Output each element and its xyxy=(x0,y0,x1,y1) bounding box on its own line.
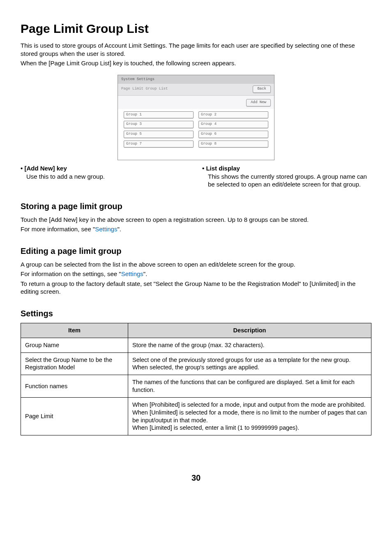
table-cell-desc: Select one of the previously stored grou… xyxy=(128,352,371,375)
bullet-right-title: List display xyxy=(202,164,371,173)
bullet-left-body: Use this to add a new group. xyxy=(26,173,190,181)
screenshot-header: Page Limit Group List Back xyxy=(118,84,274,96)
editing-section: Editing a page limit group A group can b… xyxy=(21,246,371,296)
settings-section: Settings Item Description Group Name Sto… xyxy=(21,308,371,435)
screenshot-titlebar: System Settings xyxy=(118,75,274,84)
table-cell-item: Function names xyxy=(21,375,128,398)
add-new-button[interactable]: Add New xyxy=(246,99,271,106)
table-header-description: Description xyxy=(128,323,371,338)
storing-line2: For more information, see "Settings". xyxy=(21,225,371,233)
table-row: Select the Group Name to be the Registra… xyxy=(21,352,371,375)
group-button[interactable]: Group 8 xyxy=(198,140,268,148)
settings-link[interactable]: Settings xyxy=(95,226,117,233)
editing-line2a: For information on the settings, see " xyxy=(21,270,121,277)
settings-table: Item Description Group Name Store the na… xyxy=(21,323,371,435)
table-cell-desc: The names of the functions that can be c… xyxy=(128,375,371,398)
table-row: Group Name Store the name of the group (… xyxy=(21,338,371,352)
settings-link[interactable]: Settings xyxy=(121,270,143,277)
group-button[interactable]: Group 5 xyxy=(124,131,194,138)
bullet-columns: [Add New] key Use this to add a new grou… xyxy=(21,164,371,189)
table-cell-item: Select the Group Name to be the Registra… xyxy=(21,352,128,375)
settings-heading: Settings xyxy=(21,308,371,319)
table-row: Page Limit When [Prohibited] is selected… xyxy=(21,397,371,435)
table-header-item: Item xyxy=(21,323,128,338)
table-cell-item: Group Name xyxy=(21,338,128,352)
bullet-left: [Add New] key Use this to add a new grou… xyxy=(21,164,190,189)
editing-line1: A group can be selected from the list in… xyxy=(21,260,371,269)
table-cell-desc: When [Prohibited] is selected for a mode… xyxy=(128,397,371,435)
storing-line2a: For more information, see " xyxy=(21,226,95,233)
screenshot-add-row: Add New xyxy=(118,96,274,109)
screenshot-container: System Settings Page Limit Group List Ba… xyxy=(21,75,371,161)
editing-line3: To return a group to the factory default… xyxy=(21,280,371,296)
storing-section: Storing a page limit group Touch the [Ad… xyxy=(21,201,371,233)
bullet-right-body: This shows the currently stored groups. … xyxy=(208,173,371,189)
screenshot-header-label: Page Limit Group List xyxy=(121,87,168,92)
page-title: Page Limit Group List xyxy=(21,21,371,37)
group-button[interactable]: Group 7 xyxy=(124,140,194,148)
storing-line2c: ". xyxy=(117,226,121,233)
back-button[interactable]: Back xyxy=(253,85,271,93)
screenshot-group-grid: Group 1 Group 2 Group 3 Group 4 Group 5 … xyxy=(118,109,274,160)
storing-heading: Storing a page limit group xyxy=(21,201,371,212)
bullet-left-title: [Add New] key xyxy=(21,164,190,173)
group-button[interactable]: Group 1 xyxy=(124,111,194,119)
group-button[interactable]: Group 2 xyxy=(198,111,268,119)
group-button[interactable]: Group 3 xyxy=(124,121,194,128)
editing-heading: Editing a page limit group xyxy=(21,246,371,256)
table-cell-desc: Store the name of the group (max. 32 cha… xyxy=(128,338,371,352)
group-button[interactable]: Group 4 xyxy=(198,121,268,128)
table-cell-item: Page Limit xyxy=(21,397,128,435)
intro-paragraph-1: This is used to store groups of Account … xyxy=(21,41,371,58)
editing-line2c: ". xyxy=(143,270,148,277)
bullet-right: List display This shows the currently st… xyxy=(202,164,371,189)
table-row: Function names The names of the function… xyxy=(21,375,371,398)
intro-paragraph-2: When the [Page Limit Group List] key is … xyxy=(21,59,371,67)
editing-line2: For information on the settings, see "Se… xyxy=(21,270,371,278)
group-button[interactable]: Group 6 xyxy=(198,131,268,138)
page-number: 30 xyxy=(21,472,371,483)
settings-screenshot: System Settings Page Limit Group List Ba… xyxy=(118,75,274,161)
storing-line1: Touch the [Add New] key in the above scr… xyxy=(21,216,371,224)
